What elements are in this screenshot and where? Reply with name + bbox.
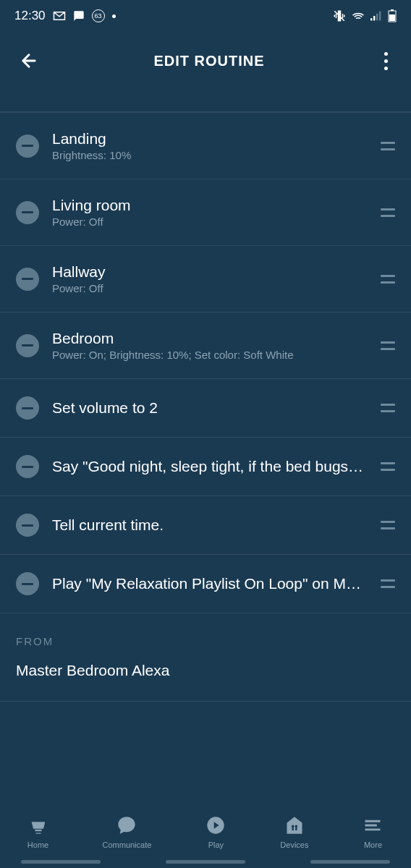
action-title: Say "Good night, sleep tight, if the bed… (52, 458, 368, 475)
communicate-icon (115, 814, 138, 837)
action-text: Say "Good night, sleep tight, if the bed… (52, 458, 368, 475)
svg-rect-7 (35, 829, 41, 830)
svg-rect-0 (370, 18, 372, 20)
status-right (333, 9, 397, 22)
remove-action-button[interactable] (16, 572, 39, 595)
nav-play-label: Play (208, 841, 224, 849)
dot-icon (112, 14, 116, 18)
remove-action-button[interactable] (16, 396, 39, 420)
remove-action-button[interactable] (16, 514, 39, 537)
action-item[interactable]: Tell current time. (0, 495, 411, 554)
remove-action-button[interactable] (16, 135, 39, 158)
bottom-nav: Home Communicate Play Devices More (0, 803, 411, 868)
action-item[interactable]: BedroomPower: On; Brightness: 10%; Set c… (0, 312, 411, 378)
drag-handle-icon[interactable] (381, 404, 395, 412)
nav-devices[interactable]: Devices (280, 814, 308, 849)
svg-rect-6 (389, 14, 395, 21)
action-title: Living room (52, 197, 368, 214)
action-title: Landing (52, 130, 368, 148)
action-text: HallwayPower: Off (52, 263, 368, 294)
svg-rect-8 (35, 833, 41, 833)
nav-communicate-label: Communicate (103, 841, 152, 849)
action-text: BedroomPower: On; Brightness: 10%; Set c… (52, 330, 368, 361)
header: EDIT ROUTINE (0, 32, 411, 97)
drag-handle-icon[interactable] (381, 341, 395, 350)
svg-rect-1 (373, 16, 375, 20)
nav-more[interactable]: More (361, 814, 384, 849)
home-icon (27, 814, 50, 837)
status-bar: 12:30 63 (0, 0, 411, 32)
action-text: Play "My Relaxation Playlist On Loop" on… (52, 575, 368, 592)
badge-icon: 63 (92, 9, 105, 22)
svg-rect-5 (391, 9, 394, 11)
status-left: 12:30 63 (14, 9, 116, 23)
devices-icon (283, 814, 306, 837)
wifi-icon (352, 11, 365, 21)
remove-action-button[interactable] (16, 201, 39, 224)
message-icon (73, 10, 85, 22)
action-title: Set volume to 2 (52, 399, 368, 417)
action-title: Tell current time. (52, 516, 368, 534)
action-item[interactable]: HallwayPower: Off (0, 245, 411, 312)
nav-more-label: More (364, 841, 382, 849)
gesture-bar (0, 860, 411, 864)
signal-icon (370, 11, 382, 21)
svg-rect-13 (295, 827, 297, 830)
action-subtitle: Brightness: 10% (52, 149, 368, 161)
drag-handle-icon[interactable] (381, 579, 395, 588)
page-title: EDIT ROUTINE (153, 53, 264, 69)
nav-home[interactable]: Home (27, 814, 50, 849)
nav-home-label: Home (27, 841, 48, 849)
svg-rect-2 (376, 14, 378, 21)
svg-rect-12 (292, 827, 293, 830)
remove-action-button[interactable] (16, 334, 39, 357)
more-options-button[interactable] (375, 46, 397, 75)
play-icon (204, 814, 227, 837)
action-text: Tell current time. (52, 516, 368, 534)
from-section-label: FROM (0, 613, 411, 662)
from-device[interactable]: Master Bedroom Alexa (0, 662, 411, 702)
action-item[interactable]: Play "My Relaxation Playlist On Loop" on… (0, 554, 411, 613)
remove-action-button[interactable] (16, 455, 39, 478)
actions-list: LandingBrightness: 10%Living roomPower: … (0, 111, 411, 613)
drag-handle-icon[interactable] (381, 275, 395, 284)
gmail-icon (53, 11, 66, 21)
action-subtitle: Power: On; Brightness: 10%; Set color: S… (52, 349, 368, 361)
remove-action-button[interactable] (16, 268, 39, 291)
drag-handle-icon[interactable] (381, 142, 395, 150)
action-title: Hallway (52, 263, 368, 281)
back-button[interactable] (14, 46, 43, 75)
action-subtitle: Power: Off (52, 216, 368, 228)
action-title: Play "My Relaxation Playlist On Loop" on… (52, 575, 368, 592)
nav-play[interactable]: Play (204, 814, 227, 849)
drag-handle-icon[interactable] (381, 462, 395, 471)
action-item[interactable]: LandingBrightness: 10% (0, 112, 411, 179)
status-time: 12:30 (14, 9, 46, 23)
svg-rect-3 (379, 12, 381, 21)
battery-icon (388, 9, 397, 22)
more-icon (361, 814, 384, 837)
nav-communicate[interactable]: Communicate (103, 814, 152, 849)
nav-devices-label: Devices (280, 841, 308, 849)
drag-handle-icon[interactable] (381, 208, 395, 217)
drag-handle-icon[interactable] (381, 521, 395, 529)
action-text: LandingBrightness: 10% (52, 130, 368, 161)
vibrate-icon (333, 9, 346, 22)
action-title: Bedroom (52, 330, 368, 347)
action-text: Set volume to 2 (52, 399, 368, 417)
action-text: Living roomPower: Off (52, 197, 368, 228)
action-subtitle: Power: Off (52, 282, 368, 294)
action-item[interactable]: Set volume to 2 (0, 378, 411, 437)
action-item[interactable]: Living roomPower: Off (0, 179, 411, 245)
action-item[interactable]: Say "Good night, sleep tight, if the bed… (0, 437, 411, 495)
